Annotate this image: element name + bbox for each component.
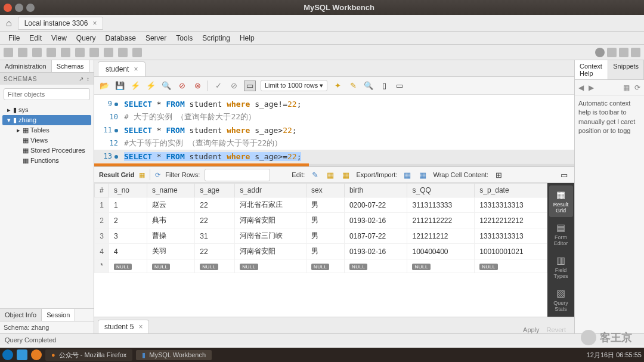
- administration-tab[interactable]: Administration: [0, 60, 52, 72]
- close-file-icon[interactable]: ×: [134, 65, 138, 73]
- commit-icon[interactable]: ✓: [213, 81, 224, 91]
- close-connection-icon[interactable]: ×: [92, 19, 97, 27]
- column-header[interactable]: s_addr: [235, 184, 306, 197]
- search-icon[interactable]: [118, 48, 128, 57]
- edit-row-icon[interactable]: ✎: [309, 169, 320, 180]
- new-sql-icon[interactable]: [4, 48, 13, 57]
- table-row[interactable]: 44关羽22河南省安阳男0193-02-16100400400100100010…: [95, 244, 547, 259]
- column-header[interactable]: s_name: [147, 184, 194, 197]
- taskbar-clock[interactable]: 12月16日 06:55:55: [587, 351, 642, 360]
- session-tab[interactable]: Session: [42, 309, 75, 321]
- find-icon[interactable]: ✎: [348, 81, 358, 91]
- help-auto-icon[interactable]: ⟳: [634, 83, 640, 92]
- invisible-chars-icon[interactable]: ▯: [379, 81, 389, 91]
- explain-icon[interactable]: 🔍: [161, 81, 172, 91]
- inspector-icon[interactable]: [32, 48, 42, 57]
- add-row-icon[interactable]: ▦: [325, 169, 336, 180]
- column-header[interactable]: s_age: [195, 184, 235, 197]
- new-tab-icon[interactable]: [47, 48, 56, 57]
- tree-views[interactable]: ▦ Views: [2, 135, 91, 146]
- delete-row-icon[interactable]: ▦: [340, 169, 351, 180]
- menu-scripting[interactable]: Scripting: [197, 34, 235, 42]
- beautify-icon[interactable]: ✦: [332, 81, 343, 91]
- menu-query[interactable]: Query: [72, 34, 101, 42]
- export-icon[interactable]: ▦: [402, 169, 413, 180]
- side-tab-query-stats[interactable]: ▧QueryStats: [549, 284, 573, 315]
- menu-edit[interactable]: Edit: [24, 34, 47, 42]
- home-icon[interactable]: ⌂: [6, 18, 12, 29]
- editor-splitter[interactable]: [94, 163, 574, 166]
- stop-on-error-icon[interactable]: ⊗: [192, 81, 203, 91]
- menu-tools[interactable]: Tools: [171, 34, 197, 42]
- refresh-icon[interactable]: ⟳: [155, 171, 160, 179]
- result-tab[interactable]: student 5 ×: [98, 320, 149, 333]
- open-file-icon[interactable]: 📂: [99, 81, 110, 91]
- side-tab-result-grid[interactable]: ▦ResultGrid: [549, 185, 573, 217]
- code-line[interactable]: SELECT * FROM student where s_age>22;: [124, 126, 297, 135]
- stored-proc-icon[interactable]: [89, 48, 99, 57]
- object-info-tab[interactable]: Object Info: [0, 309, 42, 321]
- column-header[interactable]: sex: [306, 184, 345, 197]
- firefox-launcher-icon[interactable]: [31, 349, 42, 360]
- show-apps-icon[interactable]: [2, 349, 13, 360]
- settings-icon[interactable]: [595, 48, 605, 57]
- context-help-tab[interactable]: Context Help: [575, 60, 608, 79]
- table-icon[interactable]: [61, 48, 70, 57]
- files-icon[interactable]: [17, 349, 27, 360]
- pin-result-icon[interactable]: ▭: [559, 169, 569, 180]
- menu-database[interactable]: Database: [101, 34, 141, 42]
- reconnect-icon[interactable]: [132, 48, 142, 57]
- function-icon[interactable]: [104, 48, 113, 57]
- menu-help[interactable]: Help: [235, 34, 259, 42]
- side-tab-field-types[interactable]: ▥FieldTypes: [549, 251, 573, 283]
- toggle-left-panel-icon[interactable]: [607, 48, 617, 57]
- rollback-icon[interactable]: ⊘: [228, 81, 239, 91]
- snippets-tab[interactable]: Snippets: [608, 60, 644, 79]
- menu-server[interactable]: Server: [141, 34, 171, 42]
- view-icon[interactable]: [75, 48, 85, 57]
- window-maximize-icon[interactable]: [26, 4, 35, 12]
- tree-functions[interactable]: ▦ Functions: [2, 156, 91, 166]
- window-close-icon[interactable]: [4, 4, 12, 12]
- sql-file-tab[interactable]: student ×: [98, 61, 145, 76]
- code-line[interactable]: SELECT * FROM student where s_age>=22;: [124, 152, 301, 161]
- menu-view[interactable]: View: [47, 34, 72, 42]
- schema-zhang[interactable]: ▾▮ zhang: [2, 115, 91, 125]
- execute-current-icon[interactable]: ⚡: [145, 81, 156, 91]
- table-row[interactable]: 22典韦22河南省安阳男0193-02-16211211222212212212…: [95, 213, 547, 228]
- window-minimize-icon[interactable]: [15, 4, 23, 12]
- search-icon-2[interactable]: 🔍: [363, 81, 374, 91]
- side-tab-form-editor[interactable]: ▤FormEditor: [549, 218, 573, 250]
- table-row[interactable]: 33曹操31河南省三门峡男0187-07-2212121121213313313…: [95, 228, 547, 244]
- execute-icon[interactable]: ⚡: [130, 81, 141, 91]
- column-header[interactable]: s_QQ: [407, 184, 475, 197]
- tree-tables[interactable]: ▸▦ Tables: [2, 125, 91, 135]
- taskbar-firefox[interactable]: ●公众号 - Mozilla Firefox: [45, 349, 132, 361]
- wrap-icon[interactable]: ▭: [394, 81, 405, 91]
- schema-sys[interactable]: ▸▮ sys: [2, 105, 91, 115]
- column-header[interactable]: #: [95, 184, 109, 197]
- schemas-expand-icon[interactable]: ↗ ↕: [79, 76, 90, 82]
- sql-editor[interactable]: 9SELECT * FROM student where s_age!=22;1…: [94, 95, 574, 163]
- close-result-icon[interactable]: ×: [138, 323, 143, 331]
- apply-button[interactable]: Apply: [523, 326, 540, 333]
- schemas-tab[interactable]: Schemas: [52, 60, 89, 72]
- toggle-right-panel-icon[interactable]: [631, 48, 640, 57]
- help-back-icon[interactable]: ◀: [578, 83, 584, 92]
- filter-objects-input[interactable]: [4, 88, 90, 100]
- save-file-icon[interactable]: 💾: [114, 81, 125, 91]
- stop-icon[interactable]: ⊘: [177, 81, 187, 91]
- help-forward-icon[interactable]: ▶: [589, 83, 594, 92]
- table-row[interactable]: 11赵云22河北省石家庄男0200-07-2231131133331331331…: [95, 197, 547, 213]
- taskbar-workbench[interactable]: ▮MySQL Workbench: [136, 350, 212, 360]
- column-header[interactable]: birth: [344, 184, 407, 197]
- toggle-bottom-panel-icon[interactable]: [619, 48, 628, 57]
- help-copy-icon[interactable]: ▦: [623, 83, 630, 92]
- autocommit-icon[interactable]: ▭: [244, 81, 256, 91]
- connection-tab[interactable]: Local instance 3306 ×: [18, 17, 104, 30]
- filter-rows-input[interactable]: [205, 169, 270, 181]
- import-icon[interactable]: ▦: [417, 169, 428, 180]
- limit-rows-select[interactable]: Limit to 1000 rows ▾: [261, 80, 327, 91]
- code-line[interactable]: SELECT * FROM student where s_age!=22;: [124, 100, 301, 109]
- table-row-new[interactable]: *NULLNULLNULLNULLNULLNULLNULLNULL: [95, 259, 547, 273]
